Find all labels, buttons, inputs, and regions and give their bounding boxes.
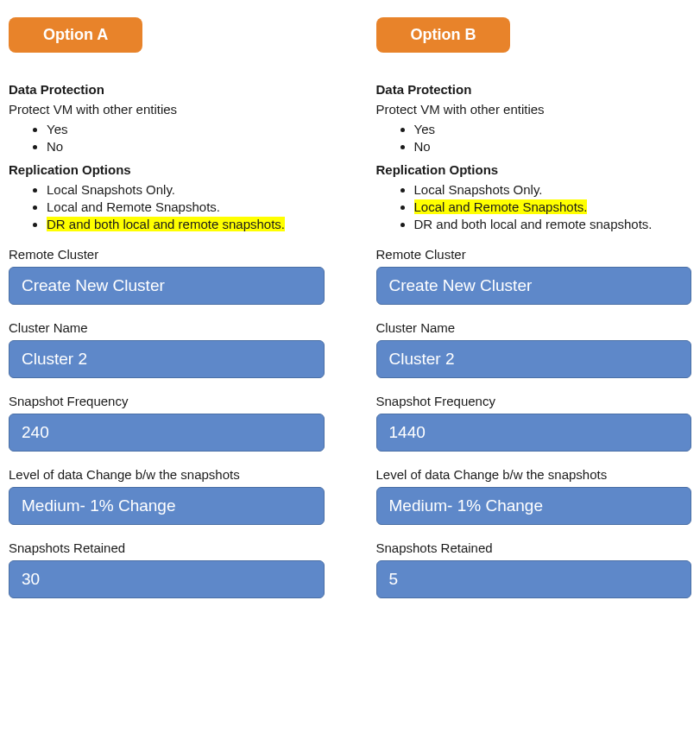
snapshot-frequency-field-b[interactable]: 1440: [376, 414, 692, 452]
replication-item-a-2: DR and both local and remote snapshots.: [47, 217, 325, 231]
snapshots-retained-label-a: Snapshots Retained: [9, 540, 325, 555]
replication-item-b-2: DR and both local and remote snapshots.: [414, 217, 692, 231]
snapshot-frequency-label-b: Snapshot Frequency: [376, 394, 692, 408]
choice-no-b: No: [414, 139, 692, 154]
snapshot-frequency-label-a: Snapshot Frequency: [9, 394, 325, 408]
replication-list-a: Local Snapshots Only. Local and Remote S…: [9, 182, 325, 231]
remote-cluster-field-b[interactable]: Create New Cluster: [376, 267, 692, 305]
option-b-header: Option B: [376, 17, 511, 53]
cluster-name-field-a[interactable]: Cluster 2: [9, 340, 325, 378]
replication-list-b: Local Snapshots Only. Local and Remote S…: [376, 182, 692, 231]
replication-item-b-0: Local Snapshots Only.: [414, 182, 692, 197]
data-change-field-a[interactable]: Medium- 1% Change: [9, 487, 325, 525]
replication-heading-a: Replication Options: [9, 162, 325, 177]
protect-vm-choices-b: Yes No: [376, 122, 692, 154]
data-protection-heading-a: Data Protection: [9, 82, 325, 97]
replication-item-a-0: Local Snapshots Only.: [47, 182, 325, 197]
data-change-label-a: Level of data Change b/w the snapshots: [9, 467, 325, 482]
snapshots-retained-field-a[interactable]: 30: [9, 560, 325, 598]
columns-container: Option A Data Protection Protect VM with…: [9, 17, 691, 598]
cluster-name-field-b[interactable]: Cluster 2: [376, 340, 692, 378]
remote-cluster-field-a[interactable]: Create New Cluster: [9, 267, 325, 305]
data-protection-heading-b: Data Protection: [376, 82, 692, 97]
choice-yes-b: Yes: [414, 122, 692, 136]
cluster-name-label-a: Cluster Name: [9, 320, 325, 335]
cluster-name-label-b: Cluster Name: [376, 320, 692, 335]
protect-vm-prompt-b: Protect VM with other entities: [376, 102, 692, 117]
choice-yes-a: Yes: [47, 122, 325, 136]
option-a-header: Option A: [9, 17, 142, 53]
data-change-field-b[interactable]: Medium- 1% Change: [376, 487, 692, 525]
remote-cluster-label-a: Remote Cluster: [9, 247, 325, 262]
replication-heading-b: Replication Options: [376, 162, 692, 177]
choice-no-a: No: [47, 139, 325, 154]
replication-item-b-1: Local and Remote Snapshots.: [414, 199, 692, 214]
protect-vm-prompt-a: Protect VM with other entities: [9, 102, 325, 117]
snapshots-retained-label-b: Snapshots Retained: [376, 540, 692, 555]
protect-vm-choices-a: Yes No: [9, 122, 325, 154]
snapshots-retained-field-b[interactable]: 5: [376, 560, 692, 598]
option-a-column: Option A Data Protection Protect VM with…: [9, 17, 325, 598]
snapshot-frequency-field-a[interactable]: 240: [9, 414, 325, 452]
remote-cluster-label-b: Remote Cluster: [376, 247, 692, 262]
replication-item-a-1: Local and Remote Snapshots.: [47, 199, 325, 214]
option-b-column: Option B Data Protection Protect VM with…: [376, 17, 692, 598]
data-change-label-b: Level of data Change b/w the snapshots: [376, 467, 692, 482]
